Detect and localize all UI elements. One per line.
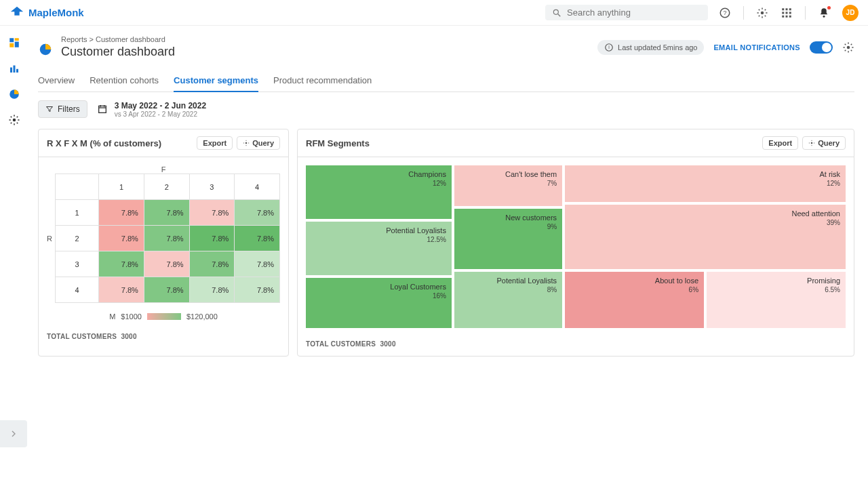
svg-rect-21 [16,69,18,73]
page-pie-icon [38,42,53,57]
gear-icon[interactable] [756,7,768,19]
apps-icon[interactable] [781,7,793,19]
heatmap-cell[interactable]: 7.8% [235,226,280,251]
segment-tile[interactable]: Can't lose them7% [454,165,562,206]
svg-point-32 [245,142,248,144]
heatmap-cell[interactable]: 7.8% [144,226,189,251]
svg-rect-20 [14,66,16,73]
segment-tile[interactable]: New customers9% [454,209,562,269]
tab-overview[interactable]: Overview [38,70,75,92]
m-axis-label: M [109,312,115,321]
row-header: 1 [55,200,98,226]
nav-settings-icon[interactable] [8,114,20,126]
export-button[interactable]: Export [762,136,798,150]
heatmap-cell[interactable]: 7.8% [99,251,144,277]
nav-pie-icon[interactable] [8,88,20,100]
svg-rect-13 [789,15,791,17]
page-settings-icon[interactable] [842,41,854,54]
svg-point-4 [761,11,764,14]
r-axis-label: R [47,235,52,243]
svg-rect-7 [789,8,791,10]
bell-icon[interactable] [818,7,830,19]
svg-rect-9 [786,12,788,14]
card-title: RFM Segments [306,138,370,148]
date-range: 3 May 2022 - 2 Jun 2022 [115,101,206,110]
segment-tile[interactable]: Champions12% [306,165,452,219]
nav-bars-icon[interactable] [8,62,20,75]
tab-customer-segments[interactable]: Customer segments [174,70,258,92]
divider [805,6,806,20]
avatar[interactable]: JD [842,5,859,21]
svg-rect-6 [786,8,788,10]
card-title: R X F X M (% of customers) [47,138,161,148]
nav-dashboard-icon[interactable] [8,37,20,49]
footer-value: 3000 [380,340,395,348]
heatmap-cell[interactable]: 7.8% [99,200,144,226]
heatmap-cell[interactable]: 7.8% [189,226,235,251]
page-title: Customer dashboard [61,45,175,59]
legend-max: $120,000 [186,312,218,321]
heatmap-cell[interactable]: 7.8% [189,200,235,226]
gear-icon [808,140,815,146]
brand-name: MapleMonk [28,7,84,18]
heatmap-cell[interactable]: 7.8% [189,277,235,303]
footer-value: 3000 [121,333,136,340]
col-header: 1 [99,174,144,200]
heatmap-cell[interactable]: 7.8% [235,200,280,226]
svg-rect-11 [782,15,784,17]
export-button[interactable]: Export [197,136,233,150]
tab-product-recommendation[interactable]: Product recommendation [273,70,372,92]
segment-tile[interactable]: About to lose6% [565,272,704,328]
svg-rect-28 [98,106,106,113]
filters-button[interactable]: Filters [38,100,87,118]
svg-rect-10 [789,12,791,14]
heatmap-cell[interactable]: 7.8% [235,277,280,303]
email-notifications-toggle[interactable] [810,41,833,54]
svg-rect-12 [786,15,788,17]
heatmap-cell[interactable]: 7.8% [144,277,189,303]
segment-tile[interactable]: Potential Loyalists12.5% [306,222,452,275]
row-header: 4 [55,277,98,303]
heatmap-cell[interactable]: 7.8% [235,251,280,277]
footer-label: TOTAL CUSTOMERS [47,333,117,340]
query-button[interactable]: Query [237,136,280,150]
date-range-picker[interactable]: 3 May 2022 - 2 Jun 2022 vs 3 Apr 2022 - … [97,101,206,118]
help-icon[interactable]: ? [719,7,731,19]
info-icon: i [604,43,614,52]
segment-tile[interactable]: Loyal Customers16% [306,278,452,328]
email-notifications-label: EMAIL NOTIFICATIONS [713,43,800,52]
brand-logo[interactable]: MapleMonk [9,5,84,20]
breadcrumb[interactable]: Reports > Customer dashboard [61,35,175,43]
svg-rect-17 [15,42,19,47]
segment-tile[interactable]: Potential Loyalists8% [454,272,562,328]
heatmap-cell[interactable]: 7.8% [99,277,144,303]
logo-icon [9,5,24,20]
search-input[interactable] [567,7,701,18]
heatmap-cell[interactable]: 7.8% [189,251,235,277]
svg-rect-16 [15,38,19,41]
segment-tile[interactable]: Need attention39% [565,205,846,269]
svg-point-23 [13,119,16,122]
svg-line-1 [558,14,561,16]
gear-icon [243,140,250,146]
svg-rect-15 [9,38,14,42]
row-header: 3 [55,251,98,277]
tabs: OverviewRetention cohortsCustomer segmen… [38,70,854,92]
col-header: 2 [144,174,189,200]
heatmap-cell[interactable]: 7.8% [144,251,189,277]
heatmap-cell[interactable]: 7.8% [144,200,189,226]
svg-rect-18 [9,43,14,47]
last-updated-pill: i Last updated 5mins ago [597,40,704,55]
heatmap-table: 123417.8%7.8%7.8%7.8%27.8%7.8%7.8%7.8%37… [55,174,280,303]
query-button[interactable]: Query [802,136,846,150]
treemap: Champions12% Potential Loyalists12.5% Lo… [306,165,846,328]
heatmap-cell[interactable]: 7.8% [99,226,144,251]
tab-retention-cohorts[interactable]: Retention cohorts [90,70,159,92]
col-header: 3 [189,174,235,200]
segment-tile[interactable]: At risk12% [565,165,846,202]
segment-tile[interactable]: Promising6.5% [707,272,846,328]
svg-point-27 [847,45,850,49]
f-axis-label: F [47,165,280,174]
search-box[interactable] [545,5,708,20]
search-icon [552,8,561,18]
